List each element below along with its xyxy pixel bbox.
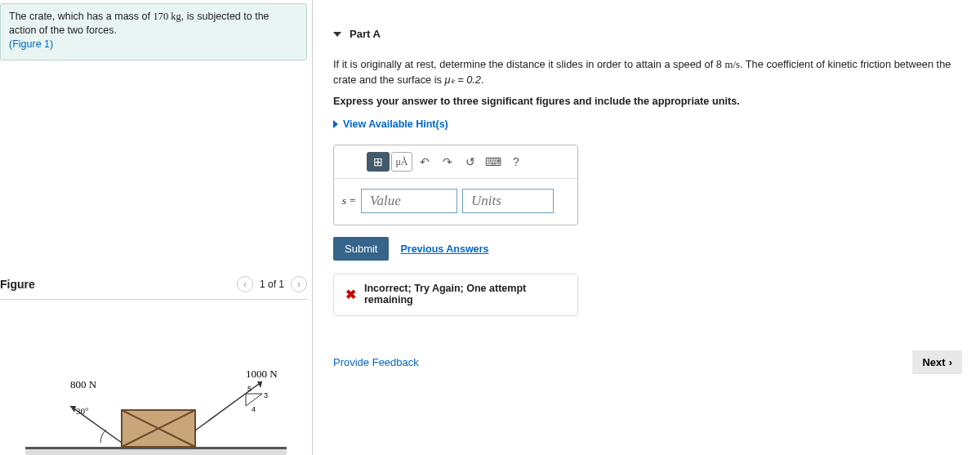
svg-rect-1 <box>25 449 287 455</box>
next-button[interactable]: Next › <box>912 350 962 374</box>
problem-statement: The crate, which has a mass of 170 kg, i… <box>0 3 307 60</box>
angle-30-label: 30° <box>76 406 88 416</box>
figure-page-indicator: 1 of 1 <box>260 279 284 290</box>
figure-title: Figure <box>0 278 35 291</box>
figure-diagram: 800 N 30° 1000 N 5 3 4 <box>0 332 312 455</box>
help-icon[interactable]: ? <box>506 152 527 172</box>
submit-button[interactable]: Submit <box>333 237 389 261</box>
incorrect-icon: ✖ <box>345 287 356 302</box>
redo-icon[interactable]: ↷ <box>437 152 458 172</box>
triangle-3: 3 <box>264 391 268 399</box>
feedback-text: Incorrect; Try Again; One attempt remain… <box>364 283 566 306</box>
prompt-mass: 170 kg <box>153 11 180 22</box>
feedback-message: ✖ Incorrect; Try Again; One attempt rema… <box>333 274 578 316</box>
question-text: If it is originally at rest, determine t… <box>333 57 972 87</box>
chevron-right-icon: › <box>949 356 952 368</box>
force-800n-label: 800 N <box>70 378 97 390</box>
view-hints-link[interactable]: View Available Hint(s) <box>333 118 972 130</box>
keyboard-icon[interactable]: ⌨ <box>483 152 504 172</box>
special-chars-icon[interactable]: μÅ <box>391 152 412 172</box>
undo-icon[interactable]: ↶ <box>414 152 435 172</box>
previous-answers-link[interactable]: Previous Answers <box>400 243 488 255</box>
triangle-4: 4 <box>252 405 256 413</box>
svg-line-11 <box>246 394 262 406</box>
triangle-5: 5 <box>247 385 252 393</box>
svg-marker-6 <box>70 406 76 413</box>
force-1000n-label: 1000 N <box>246 368 278 380</box>
variable-label: s = <box>342 194 356 207</box>
figure-link[interactable]: (Figure 1) <box>9 38 53 50</box>
value-input[interactable] <box>361 189 457 213</box>
part-label: Part A <box>350 28 381 40</box>
reset-icon[interactable]: ↺ <box>460 152 481 172</box>
provide-feedback-link[interactable]: Provide Feedback <box>333 356 419 368</box>
instruction-text: Express your answer to three significant… <box>333 96 972 107</box>
answer-box: ⊞ μÅ ↶ ↷ ↺ ⌨ ? s = <box>333 145 578 225</box>
units-input[interactable] <box>462 189 554 213</box>
figure-next-button[interactable]: › <box>291 276 307 292</box>
chevron-right-icon <box>333 120 338 128</box>
templates-icon[interactable]: ⊞ <box>367 152 390 172</box>
collapse-icon[interactable] <box>333 32 341 37</box>
figure-prev-button[interactable]: ‹ <box>237 276 253 292</box>
prompt-text-1: The crate, which has a mass of <box>9 11 153 22</box>
